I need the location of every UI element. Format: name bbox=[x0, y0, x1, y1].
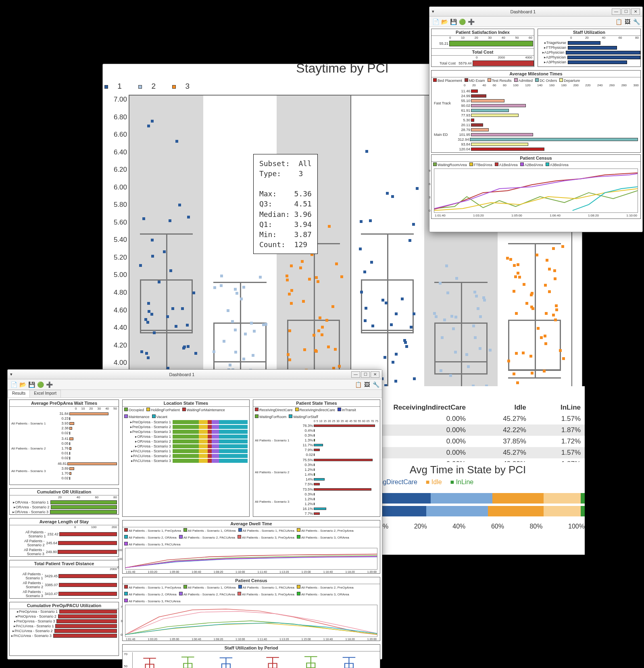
census-plot[interactable]: 0369 bbox=[434, 169, 638, 213]
tab-results[interactable]: Results bbox=[8, 390, 30, 397]
add-icon[interactable]: ➕ bbox=[467, 18, 475, 25]
config-icon[interactable]: 🔧 bbox=[633, 18, 640, 25]
minimize-button[interactable]: — bbox=[612, 8, 621, 15]
config-icon[interactable]: 🔧 bbox=[372, 381, 379, 388]
window-title: Dashboard 1 bbox=[434, 9, 612, 14]
copy-icon[interactable]: 📋 bbox=[615, 18, 622, 25]
legend-swatch-1 bbox=[104, 85, 108, 89]
psi-title: Patient Satisfaction Index bbox=[431, 29, 534, 36]
legend-label-3: 3 bbox=[185, 82, 190, 90]
legend-swatch-3 bbox=[172, 85, 176, 89]
titlebar[interactable]: ▾ Dashboard 1 —☐✕ bbox=[429, 7, 642, 17]
export-icon[interactable]: 🖼 bbox=[363, 381, 371, 388]
legend-label-1: 1 bbox=[117, 82, 122, 90]
maximize-button[interactable]: ☐ bbox=[621, 8, 630, 15]
open-icon[interactable]: 📂 bbox=[19, 381, 26, 388]
toolbar: 📄📂 💾🟢 ➕ 📋🖼🔧 bbox=[429, 17, 642, 27]
legend-swatch-2 bbox=[138, 85, 142, 89]
save-icon[interactable]: 💾 bbox=[450, 18, 457, 25]
save-icon[interactable]: 💾 bbox=[28, 381, 35, 388]
tab-excel[interactable]: Excel Import bbox=[29, 390, 61, 397]
export-icon[interactable]: 🖼 bbox=[624, 18, 631, 25]
avg-time-state-chart: Avg Time in State by PCI ■ ReceivingDire… bbox=[351, 462, 585, 555]
census-title: Patient Census bbox=[431, 155, 640, 162]
close-button[interactable]: ✕ bbox=[631, 8, 640, 15]
close-button[interactable]: ✕ bbox=[371, 371, 379, 378]
staff-period-plot[interactable]: 305070 bbox=[132, 652, 370, 668]
add-icon[interactable]: ➕ bbox=[46, 381, 53, 388]
copy-icon[interactable]: 📋 bbox=[354, 381, 362, 388]
cost-title: Total Cost bbox=[431, 48, 534, 56]
dashboard-left-window: ▾ Dashboard 1 —☐✕ 📄📂 💾🟢 ➕ 📋🖼🔧 ResultsExc… bbox=[7, 369, 382, 660]
main-chart-legend: 1 2 3 bbox=[104, 82, 204, 91]
refresh-icon[interactable]: 🟢 bbox=[459, 18, 466, 25]
minimize-button[interactable]: — bbox=[351, 371, 360, 378]
titlebar[interactable]: ▾ Dashboard 1 —☐✕ bbox=[8, 370, 382, 379]
refresh-icon[interactable]: 🟢 bbox=[37, 381, 44, 388]
box-tooltip: Subset: All Type: 3 Max: 5.36 Q3: 4.51 M… bbox=[253, 154, 318, 254]
maximize-button[interactable]: ☐ bbox=[361, 371, 370, 378]
legend-label-2: 2 bbox=[151, 82, 156, 90]
open-icon[interactable]: 📂 bbox=[441, 18, 448, 25]
window-title: Dashboard 1 bbox=[13, 372, 351, 377]
new-icon[interactable]: 📄 bbox=[10, 381, 17, 388]
new-icon[interactable]: 📄 bbox=[432, 18, 439, 25]
staff-util-title: Staff Utilization bbox=[538, 29, 640, 36]
dashboard-right-window: ▾ Dashboard 1 —☐✕ 📄📂 💾🟢 ➕ 📋🖼🔧 Patient Sa… bbox=[429, 6, 643, 232]
milestone-title: Average Milestone Times bbox=[431, 71, 640, 77]
